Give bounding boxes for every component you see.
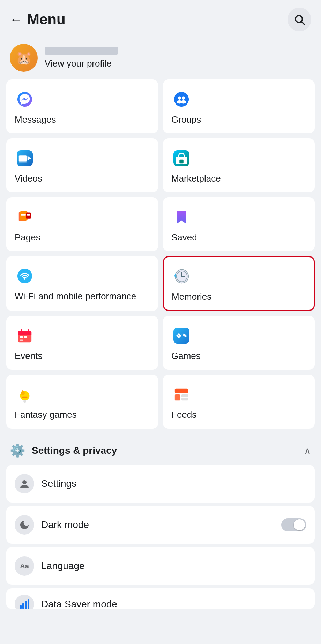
settings-header-left: ⚙️ Settings & privacy [10,443,117,458]
svg-point-7 [181,100,186,104]
svg-rect-34 [22,397,27,398]
memories-icon [172,266,192,286]
profile-info: View your profile [45,47,118,69]
grid-item-events[interactable]: Events [6,316,158,370]
svg-point-35 [23,400,26,402]
marketplace-icon [171,148,192,168]
svg-rect-31 [20,340,23,341]
avatar-emoji: 🐹 [16,50,32,66]
settings-item-datasaver[interactable]: Data Saver mode [6,588,315,609]
grid-item-games[interactable]: Games [163,316,315,370]
settings-item-left: Settings [15,474,76,493]
grid-item-messages[interactable]: Messages [6,79,158,133]
svg-rect-44 [175,394,180,400]
grid-item-marketplace[interactable]: Marketplace [163,138,315,192]
svg-point-3 [174,92,189,107]
profile-section[interactable]: 🐹 View your profile [0,38,321,79]
svg-rect-43 [175,389,188,393]
svg-line-1 [301,22,304,24]
svg-rect-50 [25,601,27,609]
games-icon [171,325,192,346]
settings-section: ⚙️ Settings & privacy ∧ Settings [0,434,321,609]
darkmode-label: Dark mode [41,519,89,530]
events-label: Events [15,351,150,361]
svg-rect-45 [181,394,188,397]
svg-point-42 [185,335,187,337]
svg-point-18 [17,269,32,283]
settings-item-language[interactable]: Aa Language [6,547,315,585]
grid-item-fantasy[interactable]: Fantasy games [6,375,158,429]
feeds-icon [171,384,192,405]
toggle-knob [294,519,305,530]
grid-item-feeds[interactable]: Feeds [163,375,315,429]
svg-point-4 [178,96,181,100]
grid-item-memories[interactable]: Memories [163,256,315,311]
chevron-up-icon: ∧ [304,445,311,457]
moon-icon [15,515,34,535]
svg-rect-9 [19,155,27,161]
settings-header[interactable]: ⚙️ Settings & privacy ∧ [6,434,315,465]
saved-icon [171,207,192,227]
messages-label: Messages [15,114,150,125]
svg-rect-30 [24,336,27,338]
memories-label: Memories [172,291,306,302]
groups-label: Groups [171,114,306,125]
groups-icon [171,89,192,109]
marketplace-label: Marketplace [171,173,306,184]
darkmode-toggle[interactable] [281,518,306,531]
grid-container: Messages Groups [0,79,321,429]
profile-name-blurred [45,47,118,55]
settings-item-darkmode[interactable]: Dark mode [6,506,315,544]
svg-rect-49 [22,603,24,609]
settings-item-left: Aa Language [15,556,85,576]
settings-item-left: Data Saver mode [15,595,117,609]
svg-rect-48 [20,605,22,609]
search-icon [293,14,305,25]
header-left: ← Menu [10,11,66,28]
page-title: Menu [27,11,66,28]
wifi-label: Wi-Fi and mobile performance [15,291,150,302]
svg-rect-46 [181,398,188,401]
fantasy-icon [15,384,35,405]
svg-point-19 [24,278,26,280]
videos-icon [15,148,35,168]
settings-label: Settings & privacy [32,445,117,456]
language-icon: Aa [15,556,34,576]
saved-label: Saved [171,232,306,243]
pages-icon [15,207,35,227]
back-button[interactable]: ← [10,13,22,26]
events-icon [15,325,35,346]
header: ← Menu [0,0,321,38]
games-label: Games [171,351,306,361]
settings-item-settings[interactable]: Settings [6,465,315,503]
svg-point-47 [22,480,27,484]
grid-item-wifi[interactable]: Wi-Fi and mobile performance [6,256,158,311]
settings-item-label: Settings [41,478,76,489]
grid-item-groups[interactable]: Groups [163,79,315,133]
svg-rect-17 [26,213,31,219]
settings-item-left: Dark mode [15,515,89,535]
svg-rect-36 [173,328,189,344]
videos-label: Videos [15,173,150,184]
avatar: 🐹 [10,44,38,72]
gear-icon: ⚙️ [10,443,25,458]
datasaver-icon [15,595,34,609]
svg-point-40 [178,336,180,338]
feeds-label: Feeds [171,409,306,420]
svg-rect-10 [19,162,27,163]
language-label: Language [41,560,85,572]
datasaver-label: Data Saver mode [41,599,117,609]
messenger-icon [15,89,35,109]
grid-item-videos[interactable]: Videos [6,138,158,192]
svg-rect-51 [28,599,29,609]
pages-label: Pages [15,232,150,243]
wifi-icon [15,266,35,286]
svg-point-5 [182,96,185,100]
fantasy-label: Fantasy games [15,409,150,420]
view-profile-link[interactable]: View your profile [45,58,118,69]
search-button[interactable] [288,8,311,31]
grid-item-pages[interactable]: Pages [6,197,158,251]
grid-item-saved[interactable]: Saved [163,197,315,251]
svg-rect-26 [18,334,31,335]
svg-rect-29 [20,336,23,338]
